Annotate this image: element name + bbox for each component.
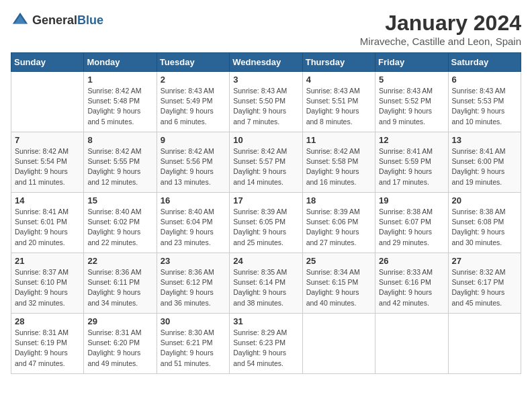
calendar-week-row: 14Sunrise: 8:41 AMSunset: 6:01 PMDayligh…	[11, 193, 521, 253]
cell-info: Sunrise: 8:38 AMSunset: 6:07 PMDaylight:…	[379, 207, 444, 248]
day-header: Friday	[375, 53, 448, 72]
day-number: 17	[233, 195, 298, 205]
cell-info: Sunrise: 8:42 AMSunset: 5:56 PMDaylight:…	[161, 146, 226, 187]
day-header: Tuesday	[157, 53, 229, 72]
day-header: Sunday	[11, 53, 84, 72]
day-number: 26	[379, 256, 444, 266]
calendar-cell	[302, 314, 375, 374]
calendar-body: 1Sunrise: 8:42 AMSunset: 5:48 PMDaylight…	[11, 72, 521, 374]
cell-info: Sunrise: 8:41 AMSunset: 5:59 PMDaylight:…	[379, 146, 444, 187]
logo-icon	[11, 11, 30, 30]
cell-info: Sunrise: 8:42 AMSunset: 5:54 PMDaylight:…	[15, 146, 80, 187]
calendar-cell: 9Sunrise: 8:42 AMSunset: 5:56 PMDaylight…	[157, 132, 229, 193]
day-number: 2	[161, 75, 226, 85]
day-number: 24	[233, 256, 298, 266]
logo-general: General	[32, 13, 77, 27]
calendar-cell: 1Sunrise: 8:42 AMSunset: 5:48 PMDaylight…	[84, 72, 157, 132]
title-block: January 2024 Miraveche, Castille and Leo…	[360, 11, 521, 47]
cell-info: Sunrise: 8:40 AMSunset: 6:02 PMDaylight:…	[87, 207, 152, 248]
cell-info: Sunrise: 8:35 AMSunset: 6:14 PMDaylight:…	[233, 267, 298, 308]
day-header: Wednesday	[230, 53, 302, 72]
day-number: 19	[379, 195, 444, 205]
calendar-cell: 31Sunrise: 8:29 AMSunset: 6:23 PMDayligh…	[230, 314, 302, 374]
calendar-cell: 2Sunrise: 8:43 AMSunset: 5:49 PMDaylight…	[157, 72, 229, 132]
calendar-table: SundayMondayTuesdayWednesdayThursdayFrid…	[11, 52, 521, 374]
calendar-cell: 26Sunrise: 8:33 AMSunset: 6:16 PMDayligh…	[375, 253, 448, 314]
day-number: 10	[233, 135, 298, 145]
cell-info: Sunrise: 8:41 AMSunset: 6:00 PMDaylight:…	[452, 146, 517, 187]
calendar-cell: 5Sunrise: 8:43 AMSunset: 5:52 PMDaylight…	[375, 72, 448, 132]
cell-info: Sunrise: 8:42 AMSunset: 5:58 PMDaylight:…	[306, 146, 371, 187]
day-number: 15	[87, 195, 152, 205]
cell-info: Sunrise: 8:29 AMSunset: 6:23 PMDaylight:…	[233, 328, 298, 369]
calendar-cell: 13Sunrise: 8:41 AMSunset: 6:00 PMDayligh…	[448, 132, 521, 193]
calendar-cell: 15Sunrise: 8:40 AMSunset: 6:02 PMDayligh…	[84, 193, 157, 253]
day-number: 30	[161, 316, 226, 326]
calendar-cell: 28Sunrise: 8:31 AMSunset: 6:19 PMDayligh…	[11, 314, 84, 374]
day-number: 23	[161, 256, 226, 266]
cell-info: Sunrise: 8:30 AMSunset: 6:21 PMDaylight:…	[161, 328, 226, 369]
day-number: 5	[379, 75, 444, 85]
calendar-week-row: 28Sunrise: 8:31 AMSunset: 6:19 PMDayligh…	[11, 314, 521, 374]
day-number: 18	[306, 195, 371, 205]
cell-info: Sunrise: 8:39 AMSunset: 6:05 PMDaylight:…	[233, 207, 298, 248]
calendar-cell: 29Sunrise: 8:31 AMSunset: 6:20 PMDayligh…	[84, 314, 157, 374]
day-number: 25	[306, 256, 371, 266]
day-number: 4	[306, 75, 371, 85]
day-number: 21	[15, 256, 80, 266]
calendar-cell: 22Sunrise: 8:36 AMSunset: 6:11 PMDayligh…	[84, 253, 157, 314]
calendar-cell: 27Sunrise: 8:32 AMSunset: 6:17 PMDayligh…	[448, 253, 521, 314]
calendar-cell: 30Sunrise: 8:30 AMSunset: 6:21 PMDayligh…	[157, 314, 229, 374]
cell-info: Sunrise: 8:33 AMSunset: 6:16 PMDaylight:…	[379, 267, 444, 308]
cell-info: Sunrise: 8:31 AMSunset: 6:19 PMDaylight:…	[15, 328, 80, 369]
day-number: 8	[87, 135, 152, 145]
logo: GeneralBlue	[11, 11, 103, 30]
cell-info: Sunrise: 8:41 AMSunset: 6:01 PMDaylight:…	[15, 207, 80, 248]
page-header: GeneralBlue January 2024 Miraveche, Cast…	[11, 11, 521, 47]
day-number: 22	[87, 256, 152, 266]
day-number: 31	[233, 316, 298, 326]
calendar-cell	[448, 314, 521, 374]
calendar-cell: 21Sunrise: 8:37 AMSunset: 6:10 PMDayligh…	[11, 253, 84, 314]
calendar-cell: 16Sunrise: 8:40 AMSunset: 6:04 PMDayligh…	[157, 193, 229, 253]
cell-info: Sunrise: 8:43 AMSunset: 5:51 PMDaylight:…	[306, 86, 371, 127]
calendar-cell: 19Sunrise: 8:38 AMSunset: 6:07 PMDayligh…	[375, 193, 448, 253]
calendar-cell: 7Sunrise: 8:42 AMSunset: 5:54 PMDaylight…	[11, 132, 84, 193]
day-number: 7	[15, 135, 80, 145]
calendar-week-row: 21Sunrise: 8:37 AMSunset: 6:10 PMDayligh…	[11, 253, 521, 314]
calendar-cell: 20Sunrise: 8:38 AMSunset: 6:08 PMDayligh…	[448, 193, 521, 253]
day-number: 3	[233, 75, 298, 85]
cell-info: Sunrise: 8:34 AMSunset: 6:15 PMDaylight:…	[306, 267, 371, 308]
calendar-cell: 11Sunrise: 8:42 AMSunset: 5:58 PMDayligh…	[302, 132, 375, 193]
day-number: 11	[306, 135, 371, 145]
cell-info: Sunrise: 8:43 AMSunset: 5:50 PMDaylight:…	[233, 86, 298, 127]
cell-info: Sunrise: 8:43 AMSunset: 5:53 PMDaylight:…	[452, 86, 517, 127]
day-number: 14	[15, 195, 80, 205]
calendar-cell: 10Sunrise: 8:42 AMSunset: 5:57 PMDayligh…	[230, 132, 302, 193]
calendar-cell: 18Sunrise: 8:39 AMSunset: 6:06 PMDayligh…	[302, 193, 375, 253]
day-number: 16	[161, 195, 226, 205]
day-header: Saturday	[448, 53, 521, 72]
cell-info: Sunrise: 8:31 AMSunset: 6:20 PMDaylight:…	[87, 328, 152, 369]
cell-info: Sunrise: 8:42 AMSunset: 5:57 PMDaylight:…	[233, 146, 298, 187]
month-year: January 2024	[360, 11, 521, 36]
calendar-cell	[375, 314, 448, 374]
day-number: 6	[452, 75, 517, 85]
day-number: 20	[452, 195, 517, 205]
day-header: Monday	[84, 53, 157, 72]
cell-info: Sunrise: 8:37 AMSunset: 6:10 PMDaylight:…	[15, 267, 80, 308]
calendar-header-row: SundayMondayTuesdayWednesdayThursdayFrid…	[11, 53, 521, 72]
calendar-cell	[11, 72, 84, 132]
cell-info: Sunrise: 8:38 AMSunset: 6:08 PMDaylight:…	[452, 207, 517, 248]
calendar-cell: 3Sunrise: 8:43 AMSunset: 5:50 PMDaylight…	[230, 72, 302, 132]
calendar-cell: 12Sunrise: 8:41 AMSunset: 5:59 PMDayligh…	[375, 132, 448, 193]
day-number: 29	[87, 316, 152, 326]
day-number: 9	[161, 135, 226, 145]
day-number: 13	[452, 135, 517, 145]
cell-info: Sunrise: 8:32 AMSunset: 6:17 PMDaylight:…	[452, 267, 517, 308]
calendar-cell: 4Sunrise: 8:43 AMSunset: 5:51 PMDaylight…	[302, 72, 375, 132]
calendar-cell: 17Sunrise: 8:39 AMSunset: 6:05 PMDayligh…	[230, 193, 302, 253]
calendar-cell: 25Sunrise: 8:34 AMSunset: 6:15 PMDayligh…	[302, 253, 375, 314]
day-number: 1	[87, 75, 152, 85]
day-number: 28	[15, 316, 80, 326]
